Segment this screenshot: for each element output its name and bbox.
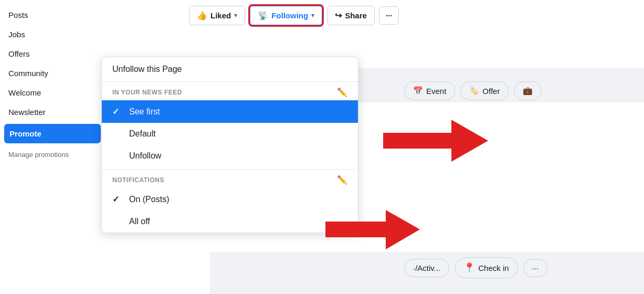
checkin-label: Check in bbox=[478, 264, 509, 272]
sidebar-item-jobs[interactable]: Jobs bbox=[0, 25, 105, 44]
briefcase-icon: 💼 bbox=[523, 86, 533, 96]
more-button[interactable]: ··· bbox=[379, 6, 399, 25]
all-off-item[interactable]: All off bbox=[102, 211, 358, 233]
unfollow-item[interactable]: Unfollow bbox=[102, 145, 358, 167]
share-button[interactable]: ↪ Share bbox=[327, 6, 375, 25]
share-icon: ↪ bbox=[335, 10, 342, 20]
unfollow-page-label: Unfollow this Page bbox=[112, 65, 182, 74]
sidebar-item-offers[interactable]: Offers bbox=[0, 44, 105, 64]
thumbs-up-icon: 👍 bbox=[197, 10, 207, 20]
unfollow-page-item[interactable]: Unfollow this Page bbox=[102, 57, 358, 82]
see-first-label: See first bbox=[129, 107, 160, 117]
bottom-bar: ·/Activ... 📍 Check in ··· bbox=[404, 257, 547, 278]
following-dropdown: Unfollow this Page IN YOUR NEWS FEED ✏️ … bbox=[101, 57, 358, 233]
extra-button[interactable]: 💼 bbox=[514, 81, 542, 100]
activity-label: ·/Activ... bbox=[413, 264, 440, 272]
checkin-button[interactable]: 📍 Check in bbox=[455, 257, 518, 278]
default-label: Default bbox=[129, 129, 156, 139]
pin-icon: 📍 bbox=[463, 262, 475, 274]
on-posts-item[interactable]: ✓ On (Posts) bbox=[102, 188, 358, 211]
sidebar-item-promote[interactable]: Promote bbox=[4, 124, 101, 143]
sidebar-item-welcome[interactable]: Welcome bbox=[0, 83, 105, 102]
offer-icon: 🏷️ bbox=[469, 86, 479, 96]
notifications-edit-icon[interactable]: ✏️ bbox=[337, 175, 347, 185]
bottom-more-button[interactable]: ··· bbox=[523, 259, 548, 277]
sidebar-item-community[interactable]: Community bbox=[0, 64, 105, 83]
page-actions-row: 📅 Event 🏷️ Offer 💼 bbox=[404, 81, 542, 100]
offer-button[interactable]: 🏷️ Offer bbox=[460, 81, 509, 100]
notifications-section-label: NOTIFICATIONS bbox=[112, 176, 164, 184]
see-first-check-icon: ✓ bbox=[112, 107, 123, 117]
following-chevron-icon: ▾ bbox=[311, 12, 314, 19]
sidebar-item-posts[interactable]: Posts bbox=[0, 5, 105, 25]
all-off-label: All off bbox=[129, 217, 150, 226]
default-item[interactable]: Default bbox=[102, 123, 358, 145]
unfollow-label: Unfollow bbox=[129, 151, 161, 161]
sidebar-item-newsletter[interactable]: Newsletter bbox=[0, 102, 105, 122]
event-icon: 📅 bbox=[413, 86, 423, 96]
offer-label: Offer bbox=[482, 87, 500, 96]
bottom-more-label: ··· bbox=[532, 264, 539, 272]
following-icon: 📡 bbox=[258, 10, 268, 20]
on-posts-label: On (Posts) bbox=[129, 195, 169, 204]
see-first-item[interactable]: ✓ See first bbox=[102, 100, 358, 123]
event-button[interactable]: 📅 Event bbox=[404, 81, 455, 100]
liked-button[interactable]: 👍 Liked ▾ bbox=[189, 6, 245, 25]
more-label: ··· bbox=[386, 11, 393, 20]
news-feed-edit-icon[interactable]: ✏️ bbox=[337, 87, 347, 97]
share-label: Share bbox=[345, 11, 367, 20]
sidebar: Posts Jobs Offers Community Welcome News… bbox=[0, 0, 105, 294]
following-label: Following bbox=[271, 11, 308, 20]
news-feed-section-label: IN YOUR NEWS FEED bbox=[112, 89, 182, 96]
news-feed-section-header: IN YOUR NEWS FEED ✏️ bbox=[102, 82, 358, 100]
sidebar-item-manage-promotions[interactable]: Manage promotions bbox=[0, 145, 105, 164]
toolbar: 👍 Liked ▾ 📡 Following ▾ ↪ Share ··· bbox=[189, 5, 399, 26]
activity-button[interactable]: ·/Activ... bbox=[404, 259, 449, 277]
liked-chevron-icon: ▾ bbox=[234, 12, 237, 19]
following-button[interactable]: 📡 Following ▾ bbox=[249, 5, 323, 26]
event-label: Event bbox=[426, 87, 446, 96]
notifications-section-header: NOTIFICATIONS ✏️ bbox=[102, 170, 358, 188]
notifications-section: NOTIFICATIONS ✏️ ✓ On (Posts) All off bbox=[102, 169, 358, 233]
on-posts-check-icon: ✓ bbox=[112, 194, 123, 204]
liked-label: Liked bbox=[210, 11, 231, 20]
